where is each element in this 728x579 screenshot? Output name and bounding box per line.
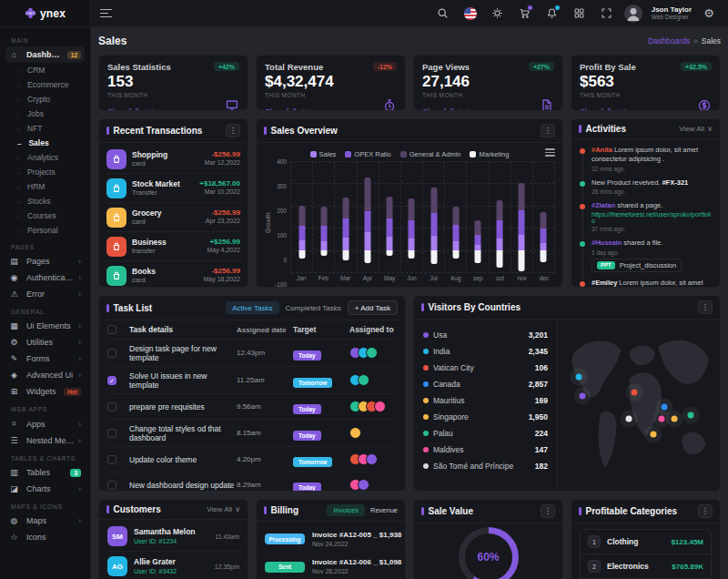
user-avatar[interactable] bbox=[624, 5, 642, 23]
map-marker-icon[interactable] bbox=[658, 415, 664, 422]
sidebar-item[interactable]: ▤ Pages › bbox=[5, 253, 85, 269]
sidebar-item[interactable]: Sales bbox=[5, 136, 85, 150]
sidebar-item[interactable]: ⌂ Dashboards 12 bbox=[5, 46, 85, 63]
logo[interactable]: ynex bbox=[0, 0, 90, 27]
sidebar-item[interactable]: ⌗ Apps › bbox=[5, 415, 85, 432]
show-full-stats-link[interactable]: Show full stats› bbox=[422, 107, 478, 111]
sidebar-item[interactable]: MAPS & ICONS bbox=[7, 503, 83, 510]
map-marker-icon[interactable] bbox=[662, 403, 668, 410]
options-dots-icon[interactable]: ⋮ bbox=[541, 504, 555, 518]
sidebar-item[interactable]: MAIN bbox=[7, 37, 83, 44]
chart-bar-Aug[interactable] bbox=[445, 161, 467, 272]
sidebar-item[interactable]: ⚠ Error › bbox=[5, 286, 85, 302]
sidebar-item[interactable]: WEB APPS bbox=[7, 406, 83, 412]
sidebar-item[interactable]: ✎ Forms › bbox=[5, 350, 85, 367]
settings-gear-icon[interactable]: ⚙ bbox=[699, 4, 719, 24]
chart-bar-dec[interactable] bbox=[533, 161, 555, 272]
language-flag-icon[interactable] bbox=[460, 4, 480, 24]
sidebar-item[interactable]: ▥ Tables 3 bbox=[5, 464, 85, 481]
cart-icon[interactable] bbox=[515, 4, 535, 24]
apps-grid-icon[interactable] bbox=[570, 4, 590, 24]
activity-user[interactable]: #Hussain bbox=[592, 239, 622, 247]
customer-row[interactable]: AG Allie Grater User ID: #3432 12.35pm bbox=[107, 552, 239, 579]
search-icon[interactable] bbox=[433, 4, 453, 24]
show-full-stats-link[interactable]: Show full stats› bbox=[580, 107, 635, 111]
chart-bar-Mar[interactable] bbox=[335, 161, 357, 272]
sidebar-item[interactable]: ◪ Charts › bbox=[5, 481, 85, 497]
legend-item[interactable]: General & Admin bbox=[400, 150, 461, 158]
view-all-link[interactable]: View All∨ bbox=[679, 125, 713, 133]
options-dots-icon[interactable]: ⋮ bbox=[226, 124, 240, 137]
map-marker-icon[interactable] bbox=[576, 374, 582, 381]
tab-completed-tasks[interactable]: Completed Tasks bbox=[286, 304, 341, 312]
activity-user[interactable]: #Anita bbox=[592, 146, 612, 154]
show-full-stats-link[interactable]: Show full stats› bbox=[107, 107, 163, 111]
sidebar-item[interactable]: ⊞ Widgets Hot bbox=[5, 383, 85, 400]
options-dots-icon[interactable]: ⋮ bbox=[698, 504, 713, 518]
chart-bar-Jul[interactable] bbox=[423, 161, 445, 272]
activity-user[interactable]: #Zlatan bbox=[592, 201, 615, 209]
task-checkbox[interactable] bbox=[107, 455, 116, 464]
sidebar-item[interactable]: Crypto bbox=[5, 92, 85, 107]
tab-invoices[interactable]: Invoices bbox=[327, 504, 365, 516]
chart-bar-May[interactable] bbox=[379, 161, 401, 272]
task-checkbox[interactable] bbox=[107, 481, 116, 490]
sidebar-item[interactable]: PAGES bbox=[7, 244, 83, 250]
sidebar-item[interactable]: ◍ Maps › bbox=[5, 513, 85, 529]
transaction-row[interactable]: Grocery card -$256.99 Apr 23,2022 bbox=[106, 203, 240, 232]
sidebar-item[interactable]: Personal bbox=[5, 223, 85, 238]
user-info[interactable]: Json Taylor Web Designer bbox=[652, 6, 692, 21]
sidebar-item[interactable]: NFT bbox=[5, 121, 85, 136]
select-all-checkbox[interactable] bbox=[107, 325, 116, 334]
sidebar-item[interactable]: GENERAL bbox=[7, 309, 83, 315]
sidebar-item[interactable]: Ecommerce bbox=[5, 77, 85, 92]
sidebar-item[interactable]: TABLES & CHARTS bbox=[7, 455, 83, 462]
task-checkbox[interactable] bbox=[107, 349, 116, 358]
map-marker-icon[interactable] bbox=[687, 412, 693, 419]
invoice-row[interactable]: Processing Invoice #A12-005 _ $1,938 Nov… bbox=[265, 525, 397, 553]
view-all-link[interactable]: View All∨ bbox=[207, 505, 240, 513]
add-task-button[interactable]: + Add Task bbox=[348, 300, 398, 315]
sidebar-item[interactable]: ☰ Nested Menu › bbox=[5, 432, 85, 449]
legend-item[interactable]: OPEX Ratio bbox=[345, 150, 390, 158]
chart-bar-Jan[interactable] bbox=[291, 161, 313, 272]
sidebar-item[interactable]: CRM bbox=[5, 63, 85, 77]
legend-item[interactable]: Sales bbox=[310, 150, 337, 158]
map-marker-icon[interactable] bbox=[650, 432, 656, 438]
category-row[interactable]: 2 Electronics $765.89K bbox=[581, 554, 711, 579]
chart-menu-icon[interactable] bbox=[545, 148, 555, 157]
activity-tag[interactable]: #FX-321 bbox=[662, 178, 688, 187]
chart-bar-Feb[interactable] bbox=[313, 161, 335, 272]
options-dots-icon[interactable]: ⋮ bbox=[541, 124, 555, 137]
task-checkbox[interactable] bbox=[107, 402, 116, 411]
legend-item[interactable]: Marketing bbox=[470, 150, 509, 158]
customer-row[interactable]: SM Samantha Melon User ID: #1234 11.43am bbox=[107, 522, 239, 552]
task-checkbox[interactable] bbox=[107, 429, 116, 438]
activity-link[interactable]: https://themeforest.net/user/spruko/port… bbox=[592, 211, 712, 224]
notifications-bell-icon[interactable] bbox=[542, 4, 562, 24]
map-marker-icon[interactable] bbox=[579, 393, 585, 400]
breadcrumb-parent[interactable]: Dashboards bbox=[648, 36, 690, 46]
sidebar-item[interactable]: ☆ Icons bbox=[5, 529, 85, 545]
sidebar-item[interactable]: Courses bbox=[5, 208, 85, 223]
transaction-row[interactable]: Stock Market Transfer +$18,567.00 Mar 10… bbox=[106, 174, 240, 203]
transaction-row[interactable]: Books card -$256.99 May 18,2022 bbox=[106, 261, 240, 288]
activity-user[interactable]: #Emiley bbox=[592, 279, 617, 287]
transaction-row[interactable]: Shopping card -$256.99 Mar 12,2022 bbox=[106, 145, 240, 174]
sidebar-item[interactable]: ⚙ Utilities › bbox=[5, 334, 85, 350]
menu-toggle-icon[interactable] bbox=[100, 9, 112, 18]
sidebar-item[interactable]: Jobs bbox=[5, 107, 85, 121]
transaction-row[interactable]: Business transfer +$256.99 May 4,2022 bbox=[106, 232, 240, 261]
show-full-stats-link[interactable]: Show full stats› bbox=[265, 107, 320, 111]
activity-file-chip[interactable]: PPT Project_discussion bbox=[592, 259, 682, 272]
fullscreen-icon[interactable] bbox=[597, 4, 617, 24]
sidebar-item[interactable]: Analytics bbox=[5, 150, 85, 165]
category-row[interactable]: 1 Clothing $123.45M bbox=[581, 530, 711, 554]
map-marker-icon[interactable] bbox=[672, 415, 678, 422]
chart-bar-nov[interactable] bbox=[511, 161, 533, 272]
sidebar-item[interactable]: ◉ Authentication › bbox=[5, 269, 85, 286]
sidebar-item[interactable]: HRM bbox=[5, 179, 85, 194]
options-dots-icon[interactable]: ⋮ bbox=[698, 300, 713, 314]
chart-bar-oct[interactable] bbox=[490, 161, 511, 272]
map-marker-icon[interactable] bbox=[626, 415, 632, 422]
